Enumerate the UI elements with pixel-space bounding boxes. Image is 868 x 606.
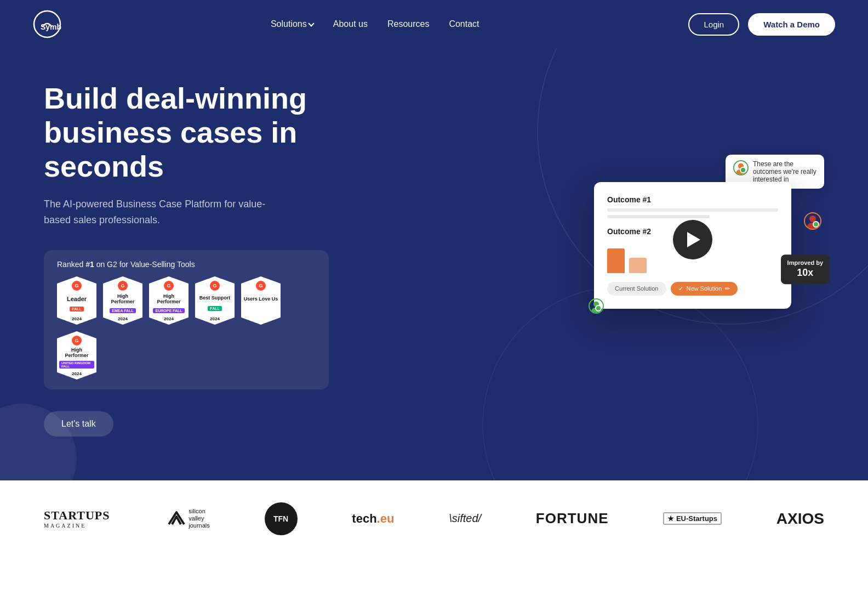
logo-fortune: FORTUNE (536, 510, 609, 527)
improved-badge: Improved by 10x (781, 254, 830, 284)
nav-about[interactable]: About us (333, 19, 368, 29)
pencil-icon: ✏ (725, 285, 730, 292)
line1 (607, 208, 778, 212)
logo-silicon-valley-journals: silicon valley journals (164, 508, 210, 530)
hero-subtitle: The AI-powered Business Case Platform fo… (44, 196, 274, 228)
online-indicator-2 (595, 305, 602, 312)
hero-content: Build deal-winning business cases in sec… (44, 81, 373, 437)
chevron-down-icon (308, 20, 314, 26)
avatar-user1 (733, 160, 749, 175)
g2-badge-support: G Best Support FALL 2024 (195, 276, 235, 325)
navbar: Symbe Solutions About us Resources Conta… (0, 0, 868, 48)
g2-rank-number: #1 (85, 260, 94, 269)
avatar-circle-user3 (804, 212, 821, 230)
new-solution-button[interactable]: ✓ New Solution ✏ (671, 282, 738, 296)
logo-startups-magazine: STARTUPS MAGAZINE (44, 508, 110, 529)
mockup-card-container: These are the outcomes we're really inte… (572, 155, 824, 363)
g2-logo-icon-3: G (164, 281, 174, 291)
nav-resources[interactable]: Resources (387, 19, 429, 29)
avatar-circle-user2 (589, 298, 604, 314)
g2-badge-leader: G Leader FALL 2024 (57, 276, 96, 325)
logo[interactable]: Symbe (33, 10, 61, 38)
nav-cta: Login Watch a Demo (688, 13, 835, 36)
g2-logo-icon-6: G (72, 336, 82, 346)
g2-badge-uk: G High Performer United Kingdom FALL 202… (57, 331, 96, 380)
nav-contact[interactable]: Contact (449, 19, 479, 29)
g2-logo-icon-5: G (256, 281, 266, 291)
g2-logo-icon-4: G (210, 281, 220, 291)
g2-logo-icon: G (72, 281, 82, 291)
g2-badge-users: G Users Love Us (241, 276, 281, 325)
svj-icon (164, 509, 189, 529)
g2-section: Ranked #1 on G2 for Value-Selling Tools … (44, 250, 329, 389)
g2-logo-icon-2: G (118, 281, 128, 291)
outcome1-label: Outcome #1 (607, 195, 778, 204)
improved-label: Improved by (787, 259, 823, 267)
bar-new (629, 258, 647, 273)
logo-icon: Symbe (33, 10, 61, 38)
g2-badges-row: G Leader FALL 2024 G High Performer EMEA… (57, 276, 316, 380)
hero-title: Build deal-winning business cases in sec… (44, 81, 373, 183)
logo-axios: AXIOS (776, 510, 824, 528)
play-button[interactable] (673, 220, 712, 259)
play-triangle-icon (687, 232, 700, 247)
solution-toggles: Current Solution ✓ New Solution ✏ (607, 282, 778, 296)
online-indicator-3 (813, 221, 819, 228)
hero-section: Build deal-winning business cases in sec… (0, 48, 868, 480)
bar-current (607, 248, 625, 273)
current-solution-button[interactable]: Current Solution (607, 282, 666, 296)
avatar-user2 (589, 298, 604, 314)
logo-tfn: TFN (265, 502, 298, 535)
lets-talk-button[interactable]: Let's talk (44, 411, 113, 437)
online-indicator (740, 167, 746, 173)
improved-value: 10x (787, 267, 823, 279)
business-case-card: Outcome #1 Outcome #2 Current Solution ✓… (594, 182, 791, 309)
watch-demo-button[interactable]: Watch a Demo (748, 13, 835, 36)
avatar-user3 (804, 212, 821, 230)
nav-solutions[interactable]: Solutions (271, 19, 313, 29)
logo-eu-startups: ★ EU-Startups (663, 512, 722, 525)
svg-text:Symbe: Symbe (41, 22, 61, 31)
checkmark-icon: ✓ (678, 285, 683, 292)
g2-ranked-text: Ranked #1 on G2 for Value-Selling Tools (57, 260, 316, 269)
g2-badge-europe: G High Performer Europe FALL 2024 (149, 276, 189, 325)
logo-sifted: \sifted/ (449, 512, 481, 525)
login-button[interactable]: Login (688, 13, 739, 36)
g2-badge-emea: G High Performer EMEA FALL 2024 (103, 276, 142, 325)
tooltip-text: These are the outcomes we're really inte… (753, 160, 816, 183)
logos-strip: STARTUPS MAGAZINE silicon valley journal… (0, 480, 868, 557)
nav-links: Solutions About us Resources Contact (271, 19, 479, 29)
line2 (607, 215, 710, 218)
logo-techeu: tech.eu (352, 512, 394, 526)
hero-mockup: These are the outcomes we're really inte… (373, 155, 824, 363)
